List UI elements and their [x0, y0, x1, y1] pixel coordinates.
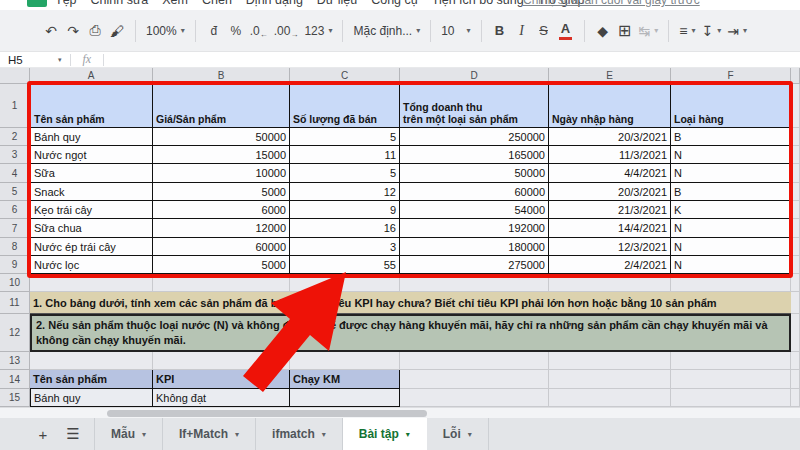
scrollbar-thumb[interactable] [107, 410, 427, 417]
table-cell[interactable]: 250000 [400, 128, 549, 146]
table-cell[interactable]: 14/4/2021 [549, 219, 671, 238]
row-header-6[interactable]: 6 [0, 201, 30, 219]
kpi-cell[interactable]: Không đạt [153, 389, 290, 407]
table-cell[interactable]: 12/3/2021 [549, 238, 671, 256]
empty-cell[interactable] [30, 352, 153, 370]
empty-cell[interactable] [549, 274, 671, 292]
table-cell[interactable]: 60000 [153, 238, 290, 256]
menu-item-xem[interactable]: Xem [162, 0, 188, 7]
row-header-5[interactable]: 5 [0, 183, 30, 201]
empty-cell[interactable] [791, 370, 800, 389]
paint-format-icon[interactable]: 🖌 [106, 18, 128, 44]
empty-cell[interactable] [400, 370, 549, 389]
table-cell[interactable]: 55 [290, 256, 400, 274]
table-cell[interactable]: 60000 [400, 183, 549, 201]
kpi-cell[interactable] [290, 389, 400, 407]
sheet-tab-mẫu[interactable]: Mẫu▾ [94, 418, 163, 450]
empty-cell[interactable] [791, 292, 800, 314]
empty-cell[interactable] [671, 370, 791, 389]
table-cell[interactable]: 50000 [153, 128, 290, 146]
row-header-14[interactable]: 14 [0, 370, 30, 389]
table-cell[interactable]: N [671, 219, 791, 238]
table-cell[interactable]: K [671, 201, 791, 219]
table-cell[interactable]: 16 [290, 219, 400, 238]
horizontal-scrollbar[interactable] [0, 407, 800, 418]
table-cell[interactable]: Nước ngọt [30, 146, 153, 164]
table-header-cell[interactable]: Tên sản phẩm [30, 84, 153, 128]
table-header-cell[interactable]: Số lượng đã bán [290, 84, 400, 128]
empty-cell[interactable] [30, 274, 153, 292]
row-header-15[interactable]: 15 [0, 389, 30, 407]
kpi-cell[interactable]: Bánh quy [30, 389, 153, 407]
table-cell[interactable]: N [671, 164, 791, 183]
horizontal-align-icon[interactable]: ≡ ▾ [676, 18, 698, 44]
kpi-header-cell[interactable]: Tên sản phẩm [30, 370, 153, 389]
menu-item-chỉnh-sửa[interactable]: Chỉnh sửa [91, 0, 149, 7]
table-cell[interactable]: 54000 [400, 201, 549, 219]
table-cell[interactable]: Kẹo trái cây [30, 201, 153, 219]
empty-cell[interactable] [791, 389, 800, 407]
percent-format-button[interactable]: % [225, 18, 247, 44]
table-cell[interactable]: 9 [290, 201, 400, 219]
empty-cell[interactable] [400, 352, 549, 370]
menu-item-tệp[interactable]: Tệp [55, 0, 77, 7]
table-cell[interactable]: N [671, 146, 791, 164]
row-header-1[interactable]: 1 [0, 84, 30, 128]
empty-cell[interactable] [290, 274, 400, 292]
empty-cell[interactable] [791, 314, 800, 352]
number-format-button[interactable]: 123 ▾ [301, 18, 335, 44]
empty-cell[interactable] [671, 274, 791, 292]
table-cell[interactable]: 21/3/2021 [549, 201, 671, 219]
row-header-11[interactable]: 11 [0, 292, 30, 314]
empty-cell[interactable] [549, 370, 671, 389]
table-cell[interactable]: 11 [290, 146, 400, 164]
row-header-13[interactable]: 13 [0, 352, 30, 370]
empty-cell[interactable] [791, 164, 800, 183]
text-wrap-icon[interactable]: ⇥ ▾ [724, 18, 750, 44]
table-header-cell[interactable]: Loại hàng [671, 84, 791, 128]
row-header-3[interactable]: 3 [0, 146, 30, 164]
table-cell[interactable]: N [671, 238, 791, 256]
sheet-tab-lỗi[interactable]: Lỗi▾ [427, 418, 489, 450]
empty-cell[interactable] [153, 352, 290, 370]
table-cell[interactable]: 5 [290, 164, 400, 183]
empty-cell[interactable] [400, 274, 549, 292]
menu-item-tiện-ích-bổ-sung[interactable]: Tiện ích bổ sung [432, 0, 524, 7]
empty-cell[interactable] [549, 352, 671, 370]
empty-cell[interactable] [671, 352, 791, 370]
table-header-cell[interactable]: Ngày nhập hàng [549, 84, 671, 128]
menu-item-chèn[interactable]: Chèn [202, 0, 232, 7]
column-header-C[interactable]: C [290, 68, 400, 84]
column-header-D[interactable]: D [400, 68, 549, 84]
empty-cell[interactable] [153, 274, 290, 292]
bold-button[interactable]: B [489, 18, 511, 44]
table-cell[interactable]: 6000 [153, 201, 290, 219]
table-cell[interactable]: Snack [30, 183, 153, 201]
currency-format-button[interactable]: đ [203, 18, 225, 44]
table-cell[interactable]: 20/3/2021 [549, 183, 671, 201]
table-cell[interactable]: 12000 [153, 219, 290, 238]
empty-cell[interactable] [400, 389, 549, 407]
table-cell[interactable]: Sữa [30, 164, 153, 183]
menu-item-định-dạng[interactable]: Định dạng [246, 0, 303, 7]
kpi-header-cell[interactable]: KPI [153, 370, 290, 389]
empty-cell[interactable] [671, 389, 791, 407]
empty-cell[interactable] [791, 128, 800, 146]
column-header-B[interactable]: B [153, 68, 290, 84]
table-cell[interactable]: 180000 [400, 238, 549, 256]
row-header-4[interactable]: 4 [0, 164, 30, 183]
table-cell[interactable]: Nước ép trái cây [30, 238, 153, 256]
kpi-header-cell[interactable]: Chạy KM [290, 370, 400, 389]
vertical-align-icon[interactable]: ↧ ▾ [699, 18, 725, 44]
table-cell[interactable]: 11/3/2021 [549, 146, 671, 164]
font-select[interactable]: Mặc định... ▾ [350, 18, 423, 44]
strikethrough-button[interactable]: S [533, 18, 555, 44]
instruction-note-1[interactable]: 1. Cho bảng dưới, tính xem các sản phẩm … [30, 292, 791, 314]
table-cell[interactable]: 165000 [400, 146, 549, 164]
sheet-tab-bài-tập[interactable]: Bài tập▾ [343, 418, 427, 450]
table-cell[interactable]: B [671, 183, 791, 201]
table-header-cell[interactable]: Tổng doanh thu trên một loại sản phẩm [400, 84, 549, 128]
empty-cell[interactable] [791, 201, 800, 219]
empty-cell[interactable] [791, 274, 800, 292]
row-header-9[interactable]: 9 [0, 256, 30, 274]
